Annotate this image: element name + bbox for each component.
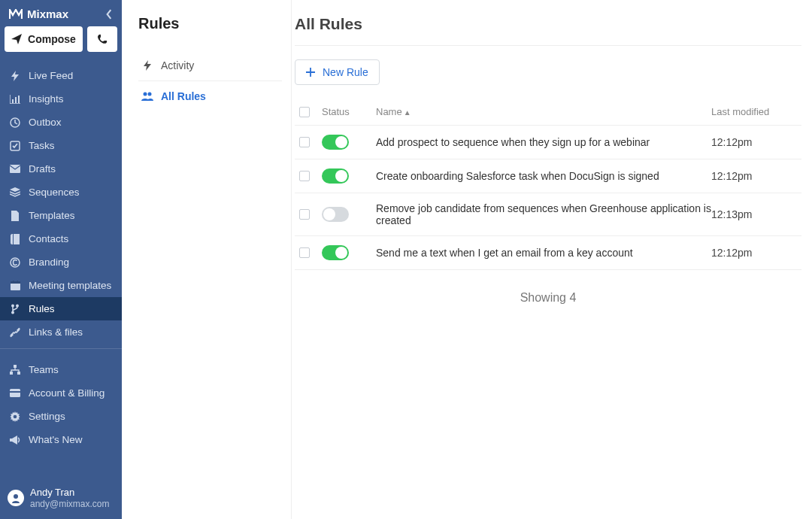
nav-item-contacts[interactable]: Contacts [0, 227, 122, 250]
svg-point-23 [148, 93, 152, 96]
nav-item-label: Sequences [29, 187, 80, 198]
check-icon [9, 141, 21, 151]
org-icon [9, 365, 21, 375]
nav-item-templates[interactable]: Templates [0, 204, 122, 227]
column-modified[interactable]: Last modified [711, 106, 801, 117]
subpanel-title: Rules [138, 15, 282, 32]
nav-item-label: Meeting templates [29, 280, 111, 291]
svg-rect-18 [10, 389, 20, 397]
select-all-checkbox[interactable] [299, 107, 310, 117]
svg-rect-11 [17, 281, 18, 283]
bolt-icon [141, 60, 153, 71]
compose-button[interactable]: Compose [5, 26, 83, 52]
svg-rect-17 [17, 372, 20, 375]
new-rule-button[interactable]: New Rule [295, 59, 380, 85]
nav-item-label: Templates [29, 210, 75, 221]
rule-name[interactable]: Create onboarding Salesforce task when D… [376, 170, 711, 182]
nav-item-outbox[interactable]: Outbox [0, 111, 122, 134]
nav-item-drafts[interactable]: Drafts [0, 157, 122, 181]
row-checkbox[interactable] [299, 247, 310, 258]
toggle-knob [335, 170, 347, 182]
status-toggle[interactable] [322, 245, 349, 260]
nav-item-label: Teams [29, 364, 59, 375]
brand: Mixmax [9, 8, 68, 20]
status-toggle[interactable] [322, 207, 349, 222]
nav-item-tasks[interactable]: Tasks [0, 134, 122, 157]
toggle-knob [335, 136, 347, 148]
bolt-icon [9, 71, 21, 81]
brand-row: Mixmax [0, 0, 122, 26]
nav-item-branding[interactable]: Branding [0, 250, 122, 274]
doc-icon [9, 211, 21, 221]
copyright-icon [9, 257, 21, 268]
row-checkbox[interactable] [299, 171, 310, 181]
nav-item-settings[interactable]: Settings [0, 405, 122, 428]
plus-icon [306, 68, 315, 77]
compose-row: Compose [0, 26, 122, 59]
subpanel: Rules ActivityAll Rules [122, 0, 292, 519]
toggle-knob [323, 208, 335, 220]
sub-tab-activity[interactable]: Activity [138, 50, 282, 81]
svg-point-14 [11, 311, 14, 314]
table-row: Create onboarding Salesforce task when D… [295, 159, 801, 193]
table-row: Send me a text when I get an email from … [295, 236, 801, 270]
user-footer[interactable]: Andy Tran andy@mixmax.com [0, 479, 122, 519]
nav-item-label: Rules [29, 303, 55, 314]
brand-name: Mixmax [27, 8, 68, 20]
brand-logo-icon [9, 9, 23, 20]
nav-item-rules[interactable]: Rules [0, 297, 122, 320]
nav-item-teams[interactable]: Teams [0, 358, 122, 381]
sub-tab-all-rules[interactable]: All Rules [138, 81, 282, 111]
rule-modified: 12:12pm [711, 170, 801, 182]
sidebar-collapse-icon[interactable] [105, 9, 113, 20]
status-toggle[interactable] [322, 168, 349, 184]
nav-item-meeting-templates[interactable]: Meeting templates [0, 274, 122, 297]
svg-rect-6 [13, 234, 14, 244]
rule-name[interactable]: Remove job candidate from sequences when… [376, 202, 711, 226]
svg-point-21 [14, 494, 18, 499]
nav-item-label: Drafts [29, 163, 56, 175]
nav-item-account-billing[interactable]: Account & Billing [0, 381, 122, 405]
showing-count: Showing 4 [295, 291, 801, 305]
nav-item-sequences[interactable]: Sequences [0, 181, 122, 204]
nav-item-insights[interactable]: Insights [0, 87, 122, 111]
nav-item-what-s-new[interactable]: What's New [0, 428, 122, 451]
stack-icon [9, 187, 21, 197]
column-status[interactable]: Status [322, 106, 376, 117]
nav-item-label: Contacts [29, 233, 68, 244]
row-checkbox[interactable] [299, 137, 310, 147]
svg-rect-0 [12, 99, 14, 103]
group-icon [141, 92, 153, 101]
rule-name[interactable]: Send me a text when I get an email from … [376, 247, 711, 259]
svg-rect-9 [11, 281, 20, 284]
svg-rect-1 [15, 97, 17, 103]
column-name[interactable]: Name▲ [376, 106, 711, 117]
nav-item-label: Account & Billing [29, 387, 105, 399]
new-rule-label: New Rule [323, 66, 368, 78]
call-button[interactable] [87, 26, 117, 52]
paper-plane-icon [11, 34, 22, 44]
status-toggle[interactable] [322, 135, 349, 150]
sidebar: Mixmax Compose Live FeedInsightsOutboxTa… [0, 0, 122, 519]
sub-tab-label: Activity [161, 59, 194, 71]
megaphone-icon [9, 436, 21, 445]
nav-item-label: Insights [29, 93, 64, 105]
branch-icon [9, 304, 21, 314]
nav-item-label: Tasks [29, 140, 55, 151]
link-icon [9, 327, 21, 338]
calendar-icon [9, 281, 21, 290]
nav-item-label: Branding [29, 256, 69, 268]
nav-item-label: Live Feed [29, 70, 73, 81]
nav-item-live-feed[interactable]: Live Feed [0, 64, 122, 87]
nav-item-links-files[interactable]: Links & files [0, 320, 122, 344]
clock-icon [9, 117, 21, 128]
rule-modified: 12:12pm [711, 247, 801, 259]
avatar [8, 490, 24, 506]
card-icon [9, 389, 21, 397]
table-row: Add prospect to sequence when they sign … [295, 126, 801, 159]
rule-name[interactable]: Add prospect to sequence when they sign … [376, 136, 711, 148]
nav-item-label: Links & files [29, 326, 83, 338]
svg-rect-10 [13, 281, 14, 283]
nav-primary: Live FeedInsightsOutboxTasksDraftsSequen… [0, 59, 122, 344]
row-checkbox[interactable] [299, 209, 310, 220]
